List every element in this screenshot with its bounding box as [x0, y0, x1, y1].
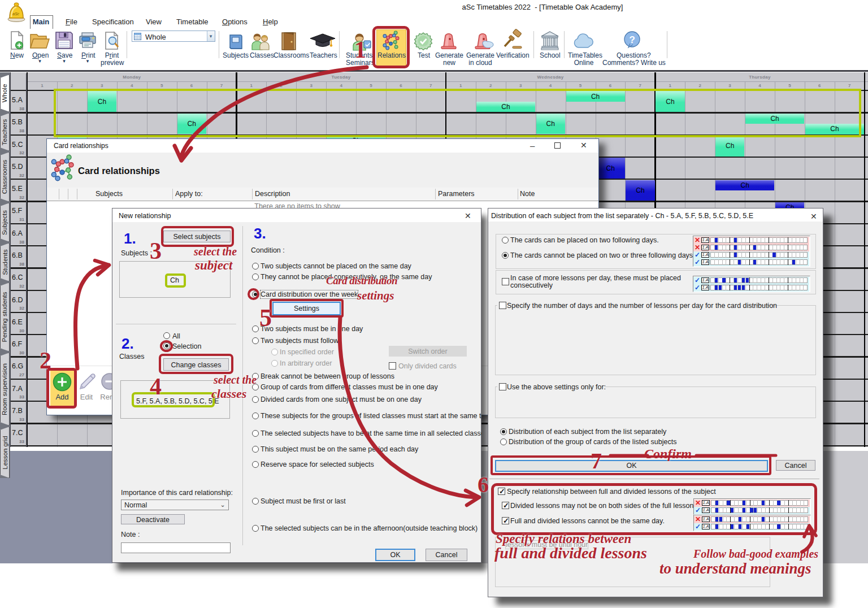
svg-text:?: ?: [630, 34, 635, 45]
